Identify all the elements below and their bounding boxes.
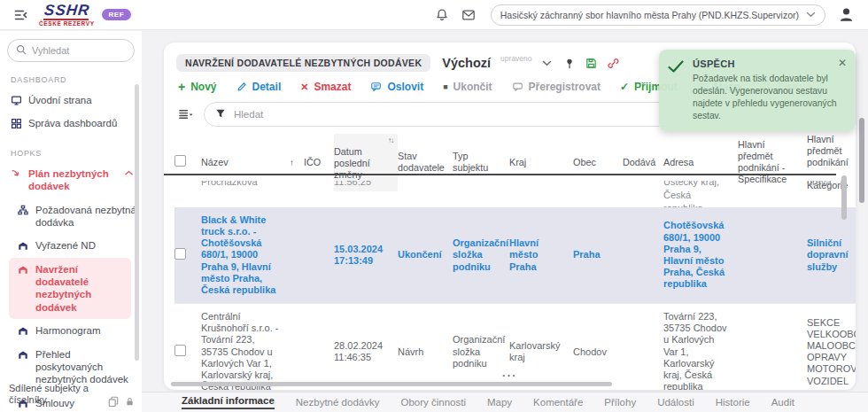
sidebar-item-label: Požadovaná nezbytná dodávka xyxy=(35,204,136,229)
column-header-specifikace[interactable]: Hlavní předmět podnikání - Specifikace xyxy=(738,139,807,185)
organization-role-selector[interactable]: Hasičský záchranný sbor hlavního města P… xyxy=(491,4,825,26)
sidebar-item-navrzeni-dodavatele[interactable]: Navržení dodavatelé nezbytných dodávek xyxy=(9,258,131,320)
cell-specifikace xyxy=(738,345,807,359)
sidebar-item-uvodni-strana[interactable]: Úvodní strana xyxy=(0,89,142,112)
collection-label: NAVRŽENÍ DODAVATELÉ NEZBYTNÝCH DODÁVEK xyxy=(176,54,430,72)
view-name[interactable]: Výchozí xyxy=(442,56,491,70)
tab-historie[interactable]: Historie xyxy=(716,397,750,408)
copy-icon[interactable] xyxy=(108,396,119,407)
unlink-view-icon[interactable] xyxy=(607,56,621,70)
cell-dodava xyxy=(623,345,663,359)
new-button[interactable]: +Nový xyxy=(178,81,217,93)
cell-datum: 15.03.2024 17:13:49 xyxy=(334,237,398,274)
select-all-checkbox[interactable] xyxy=(174,155,186,167)
table-row-partial[interactable]: Procházková 11:56:25 Ústecký kraj, Česká… xyxy=(174,181,856,207)
cell-stav: Návrh xyxy=(398,339,453,365)
tab-mapy[interactable]: Mapy xyxy=(487,397,512,408)
sidebar-collapse-icon[interactable] xyxy=(11,5,30,25)
sidebar-scrollbar[interactable] xyxy=(135,84,139,361)
column-header-kraj[interactable]: Kraj xyxy=(509,157,573,168)
dashboard-icon xyxy=(11,95,22,106)
messages-mail-icon[interactable] xyxy=(459,5,478,25)
save-view-icon[interactable] xyxy=(585,56,599,70)
organization-role-value: Hasičský záchranný sbor hlavního města P… xyxy=(500,10,799,20)
success-check-icon xyxy=(667,59,685,77)
toast-title: ÚSPĚCH xyxy=(693,58,838,69)
column-header-obec[interactable]: Obec xyxy=(573,157,623,168)
delete-button[interactable]: ✕Smazat xyxy=(300,81,351,93)
detail-tabs: Základní informace Nezbytné dodávky Obor… xyxy=(142,392,868,412)
cell-ico xyxy=(304,248,334,262)
sidebar-item-plan-nezbytnych-dodavek[interactable]: Plán nezbytných dodávek xyxy=(0,162,142,198)
warehouse-icon xyxy=(18,240,29,251)
column-header-stav[interactable]: Stav dodavatele xyxy=(398,151,453,174)
sort-both-icon: ↑↓ xyxy=(388,136,393,145)
sidebar-footer-item[interactable]: Sdílené subjekty a číselníky xyxy=(9,383,135,408)
sidebar-search-input[interactable] xyxy=(32,45,126,56)
warehouse-icon xyxy=(18,264,29,275)
logo-text: SSHR xyxy=(43,3,90,20)
cell-ico xyxy=(304,345,334,359)
reregister-button[interactable]: Přeregistrovat xyxy=(512,81,601,93)
tab-audit[interactable]: Audit xyxy=(771,397,794,408)
tab-udalosti[interactable]: Události xyxy=(657,397,694,408)
sidebar: DASHBOARD Úvodní strana Správa dashboard… xyxy=(0,31,142,412)
sidebar-item-label: Správa dashboardů xyxy=(28,117,117,129)
column-chooser-icon[interactable] xyxy=(178,108,193,120)
table-row[interactable]: Black & White truck s.r.o. - Chotěšovská… xyxy=(174,207,856,303)
tab-prilohy[interactable]: Přílohy xyxy=(604,397,636,408)
cell-kraj: Hlavní město Praha xyxy=(509,230,573,280)
success-toast: ÚSPĚCH ✕ Požadavek na tisk dodavatele by… xyxy=(659,50,856,131)
column-header-typ[interactable]: Typ subjektu xyxy=(453,151,509,174)
warehouse-icon xyxy=(18,349,29,360)
sidebar-item-vyrazene-nd[interactable]: Vyřazené ND xyxy=(9,234,142,257)
chevron-down-icon xyxy=(806,11,816,19)
column-header-nazev[interactable]: Název xyxy=(201,157,290,168)
cell-specifikace xyxy=(738,248,807,262)
sidebar-item-label: Vyřazené ND xyxy=(35,239,96,252)
window-scrollbar[interactable] xyxy=(859,118,864,203)
row-checkbox[interactable] xyxy=(174,345,186,356)
view-chevron-down-icon[interactable] xyxy=(540,56,554,70)
sidebar-item-pozadovana-nd[interactable]: Požadovaná nezbytná dodávka xyxy=(9,198,142,235)
sort-asc-icon[interactable]: ↑ xyxy=(290,157,304,168)
sidebar-item-harmonogram[interactable]: Harmonogram xyxy=(9,319,142,342)
sidebar-item-label: Harmonogram xyxy=(35,324,101,337)
horizontal-scrollbar[interactable] xyxy=(171,382,612,386)
header-divider xyxy=(164,174,836,175)
tab-zakladni-informace[interactable]: Základní informace xyxy=(182,395,275,409)
user-avatar[interactable] xyxy=(836,5,856,25)
notifications-bell-icon[interactable] xyxy=(432,5,452,25)
chat-icon xyxy=(370,82,382,92)
tab-nezbytne-dodavky[interactable]: Nezbytné dodávky xyxy=(296,397,380,408)
end-button[interactable]: ■Ukončit xyxy=(443,81,492,93)
lock-icon[interactable] xyxy=(125,396,135,407)
detail-button[interactable]: Detail xyxy=(236,81,282,93)
column-header-dodava[interactable]: Dodává xyxy=(623,157,663,168)
cell-stav: Ukončení xyxy=(398,242,453,268)
section-label-hopks: HOPKS xyxy=(11,149,131,158)
chevron-up-icon xyxy=(125,170,133,175)
toast-message: Požadavek na tisk dodavatele byl odeslán… xyxy=(693,73,847,122)
sidebar-search[interactable] xyxy=(7,39,135,62)
pencil-icon xyxy=(236,82,247,92)
contact-button[interactable]: Oslovit xyxy=(370,81,423,93)
table-vertical-scrollbar[interactable] xyxy=(841,175,847,220)
sidebar-item-sprava-dashboardu[interactable]: Správa dashboardů xyxy=(0,112,142,135)
filter-funnel-icon xyxy=(215,106,226,122)
plan-arrow-icon xyxy=(11,168,22,179)
column-header-ico[interactable]: IČO xyxy=(304,157,334,168)
x-icon: ✕ xyxy=(300,82,308,92)
view-state-label: upraveno xyxy=(500,54,531,63)
sidebar-item-label: Navržení dodavatelé nezbytných dodávek xyxy=(35,263,126,315)
column-header-adresa[interactable]: Adresa xyxy=(663,157,738,168)
logo-subtitle: ČESKÉ REZERVY xyxy=(39,21,95,27)
row-checkbox[interactable] xyxy=(174,248,186,260)
plus-icon: + xyxy=(178,81,185,93)
tab-obory-cinnosti[interactable]: Obory činnosti xyxy=(400,397,466,408)
sidebar-item-label: Přehled poskytovaných nezbytných dodávek xyxy=(35,348,136,386)
data-grid: Název ↑ IČO Datum poslední změny↑↓ Stav … xyxy=(164,134,856,390)
tab-komentare[interactable]: Komentáře xyxy=(533,397,583,408)
toast-close-icon[interactable]: ✕ xyxy=(838,58,847,68)
pin-view-icon[interactable] xyxy=(562,56,577,70)
